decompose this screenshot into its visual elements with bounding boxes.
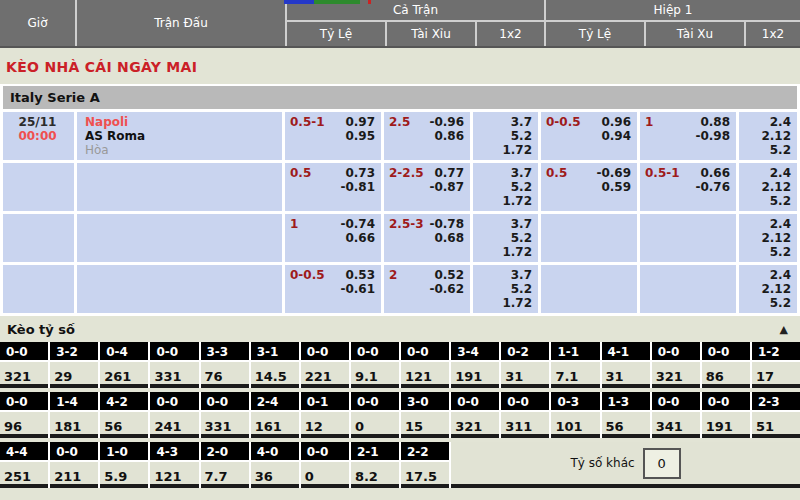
h1-handicap-cell[interactable]: 0.5 -0.69 0.59 [541,163,637,211]
h1-overunder-cell[interactable]: 0.5-1 0.66 -0.76 [640,163,736,211]
score-cell[interactable]: 0-4 261 [100,342,148,388]
ft-overunder-cell[interactable]: 2.5 -0.96 0.86 [384,112,470,160]
score-odds: 86 [702,362,750,388]
score-odds: 251 [0,462,48,488]
score-cell[interactable]: 3-2 29 [50,342,98,388]
odds-value: 0.68 [388,231,464,245]
match-cell[interactable] [77,163,282,211]
score-cell[interactable]: 2-3 51 [752,392,800,438]
score-cell[interactable]: 0-0 321 [451,392,499,438]
score-cell[interactable]: 3-3 76 [201,342,249,388]
odds-value: 1.72 [477,143,532,157]
match-cell[interactable] [77,265,282,313]
score-cell[interactable]: 1-2 17 [752,342,800,388]
score-cell[interactable]: 0-2 31 [501,342,549,388]
score-grid-row-1: 0-0 321 3-2 29 0-4 261 0-0 331 3-3 76 3-… [0,342,800,388]
odds-value: 5.2 [477,231,532,245]
score-cell[interactable]: 0-0 191 [702,392,750,438]
odds-value: 0.59 [545,180,631,194]
score-odds: 31 [501,362,549,388]
score-cell[interactable]: 0-0 121 [401,342,449,388]
score-cell[interactable]: 0-0 211 [50,442,98,488]
league-header: Italy Serie A [3,86,797,109]
score-cell[interactable]: 3-0 15 [401,392,449,438]
score-cell[interactable]: 0-0 241 [150,392,198,438]
other-score-input[interactable] [643,448,681,479]
h1-1x2-cell[interactable]: 2.4 2.12 5.2 [739,112,797,160]
h1-1x2-cell[interactable]: 2.4 2.12 5.2 [739,265,797,313]
score-cell[interactable]: 0-0 321 [0,342,48,388]
score-cell[interactable]: 0-0 96 [0,392,48,438]
h1-overunder-cell[interactable] [640,265,736,313]
score-label: 0-4 [100,342,148,362]
odds-table-header: Giờ Trận Đấu Cả Trận Hiệp 1 Tỷ Lệ Tài Xỉ… [0,0,800,48]
score-cell[interactable]: 4-3 121 [150,442,198,488]
score-cell[interactable]: 0-0 331 [201,392,249,438]
score-label: 4-0 [251,442,299,462]
score-cell[interactable]: 0-0 0 [301,442,349,488]
strip-blue-segment [284,0,314,4]
score-cell[interactable]: 2-4 161 [251,392,299,438]
ft-1x2-cell[interactable]: 3.7 5.2 1.72 [473,214,538,262]
h1-overunder-cell[interactable]: 1 0.88 -0.98 [640,112,736,160]
ft-overunder-cell[interactable]: 2.5-3 -0.78 0.68 [384,214,470,262]
ft-overunder-cell[interactable]: 2 0.52 -0.62 [384,265,470,313]
score-cell[interactable]: 0-0 86 [702,342,750,388]
ft-1x2-cell[interactable]: 3.7 5.2 1.72 [473,265,538,313]
odds-value: 1.72 [477,296,532,310]
score-cell[interactable]: 3-1 14.5 [251,342,299,388]
score-cell[interactable]: 3-4 191 [451,342,499,388]
odds-value: 3.7 [477,166,532,180]
h1-handicap-cell[interactable]: 0-0.5 0.96 0.94 [541,112,637,160]
score-cell[interactable]: 4-1 31 [602,342,650,388]
h1-handicap-cell[interactable] [541,214,637,262]
ft-handicap-cell[interactable]: 0.5 0.73 -0.81 [285,163,381,211]
score-cell[interactable]: 4-4 251 [0,442,48,488]
score-cell[interactable]: 0-0 9.1 [351,342,399,388]
ft-1x2-cell[interactable]: 3.7 5.2 1.72 [473,163,538,211]
score-cell[interactable]: 1-0 5.9 [100,442,148,488]
h1-1x2-cell[interactable]: 2.4 2.12 5.2 [739,214,797,262]
h1-handicap-cell[interactable] [541,265,637,313]
overunder-line: 2 [389,268,397,282]
header-col-tran-dau: Trận Đấu [77,0,285,46]
ft-1x2-cell[interactable]: 3.7 5.2 1.72 [473,112,538,160]
score-cell[interactable]: 4-0 36 [251,442,299,488]
score-cell[interactable]: 2-0 7.7 [201,442,249,488]
odds-value: 5.2 [477,282,532,296]
odds-value: 3.7 [477,268,532,282]
score-cell[interactable]: 1-4 181 [50,392,98,438]
collapse-arrow-icon[interactable]: ▲ [780,323,788,336]
ft-handicap-cell[interactable]: 0.5-1 0.97 0.95 [285,112,381,160]
score-cell[interactable]: 0-0 321 [652,342,700,388]
h1-1x2-cell[interactable]: 2.4 2.12 5.2 [739,163,797,211]
ft-handicap-cell[interactable]: 0-0.5 0.53 -0.61 [285,265,381,313]
score-cell[interactable]: 4-2 56 [100,392,148,438]
score-cell[interactable]: 2-1 8.2 [351,442,399,488]
ft-overunder-cell[interactable]: 2-2.5 0.77 -0.87 [384,163,470,211]
odds-value: 2.12 [743,231,791,245]
score-label: 0-0 [301,442,349,462]
score-cell[interactable]: 1-3 56 [602,392,650,438]
ft-handicap-cell[interactable]: 1 -0.74 0.66 [285,214,381,262]
score-cell[interactable]: 2-2 17.5 [401,442,449,488]
h1-overunder-cell[interactable] [640,214,736,262]
score-odds: 261 [100,362,148,388]
score-cell[interactable]: 0-0 221 [301,342,349,388]
score-cell[interactable]: 0-3 101 [551,392,599,438]
score-label: 3-2 [50,342,98,362]
score-cell[interactable]: 0-0 0 [351,392,399,438]
score-label: 0-3 [551,392,599,412]
score-label: 0-0 [351,392,399,412]
match-cell[interactable]: Napoli AS Roma Hòa [77,112,282,160]
score-cell[interactable]: 0-1 12 [301,392,349,438]
score-cell[interactable]: 0-0 341 [652,392,700,438]
score-cell[interactable]: 0-0 311 [501,392,549,438]
score-cell[interactable]: 1-1 7.1 [551,342,599,388]
strip-red-tick [368,0,371,4]
score-cell[interactable]: 0-0 331 [150,342,198,388]
odds-value: -0.81 [289,180,375,194]
match-cell[interactable] [77,214,282,262]
score-label: 1-1 [551,342,599,362]
score-label: 0-0 [702,392,750,412]
